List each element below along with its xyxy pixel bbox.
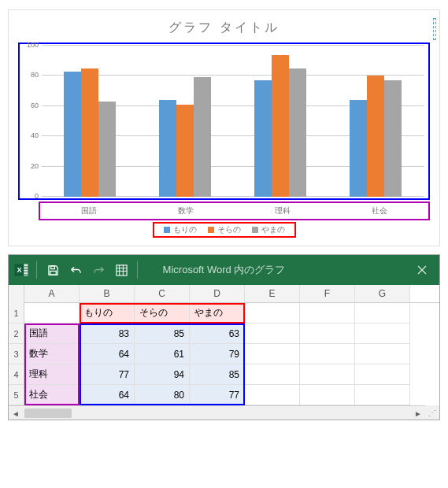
bar[interactable] xyxy=(194,77,211,197)
cell[interactable]: 理科 xyxy=(24,364,80,385)
horizontal-scrollbar[interactable]: ◄ ► ⋰ xyxy=(9,405,439,420)
resize-grip[interactable]: ⋰ xyxy=(425,405,439,420)
cell[interactable]: 83 xyxy=(80,323,135,344)
cell[interactable]: 64 xyxy=(80,344,135,364)
row-header[interactable]: 2 xyxy=(9,323,24,344)
undo-button[interactable] xyxy=(65,260,86,280)
bar[interactable] xyxy=(272,55,289,197)
bar[interactable] xyxy=(350,100,367,197)
row-header[interactable]: 1 xyxy=(9,303,24,323)
legend-item: やまの xyxy=(252,224,285,235)
bar-group xyxy=(137,46,232,197)
legend-label: もりの xyxy=(173,224,197,235)
close-button[interactable] xyxy=(405,255,439,285)
column-header[interactable]: E xyxy=(245,285,300,302)
excel-titlebar: X Microsoft Word 内のグラフ xyxy=(9,255,439,285)
cell[interactable] xyxy=(245,323,300,344)
table-row: 3数学646179 xyxy=(9,344,439,364)
column-header[interactable]: F xyxy=(300,285,355,302)
svg-rect-7 xyxy=(50,265,54,268)
legend-item: そらの xyxy=(208,224,241,235)
svg-rect-9 xyxy=(116,264,126,275)
column-header[interactable]: D xyxy=(190,285,245,302)
table-row: 1もりのそらのやまの xyxy=(9,303,439,323)
table-row: 2国語838563 xyxy=(9,323,439,344)
column-header[interactable]: A xyxy=(24,285,80,302)
save-button[interactable] xyxy=(43,260,63,280)
chart-container: グラフ タイトル 020406080100 国語数学理科社会 もりのそらのやまの xyxy=(8,9,440,246)
cell[interactable] xyxy=(245,385,300,405)
svg-text:X: X xyxy=(17,266,22,274)
y-tick-label: 20 xyxy=(23,162,39,170)
chart-datagrid-button[interactable] xyxy=(111,260,131,280)
y-tick-label: 80 xyxy=(23,71,39,79)
y-tick-label: 60 xyxy=(23,102,39,109)
cell[interactable]: 77 xyxy=(190,385,245,405)
svg-rect-8 xyxy=(50,271,56,275)
bar[interactable] xyxy=(64,72,81,197)
cell[interactable] xyxy=(300,364,355,385)
column-header[interactable]: G xyxy=(355,285,410,302)
cell[interactable] xyxy=(300,303,355,323)
row-header[interactable]: 3 xyxy=(9,344,24,364)
cell[interactable] xyxy=(245,303,300,323)
cell[interactable]: やまの xyxy=(190,303,245,323)
cell[interactable] xyxy=(355,385,410,405)
y-tick-label: 100 xyxy=(23,41,39,49)
column-header[interactable]: C xyxy=(135,285,190,302)
cell[interactable] xyxy=(300,385,355,405)
scroll-thumb[interactable] xyxy=(24,409,72,418)
cell[interactable] xyxy=(355,303,410,323)
row-header[interactable]: 4 xyxy=(9,364,24,385)
cell[interactable]: 85 xyxy=(190,364,245,385)
cell[interactable]: もりの xyxy=(80,303,135,323)
row-header[interactable]: 5 xyxy=(9,385,24,405)
excel-app-icon: X xyxy=(12,261,31,279)
cell[interactable]: 社会 xyxy=(24,385,80,405)
column-header[interactable]: B xyxy=(80,285,135,302)
scroll-right-arrow[interactable]: ► xyxy=(411,406,425,420)
bar[interactable] xyxy=(98,102,116,197)
cell[interactable] xyxy=(355,344,410,364)
cell[interactable] xyxy=(355,323,410,344)
bar[interactable] xyxy=(159,100,176,197)
bar[interactable] xyxy=(367,76,384,197)
cell[interactable]: 数学 xyxy=(24,344,80,364)
bar[interactable] xyxy=(81,68,98,197)
cell[interactable]: そらの xyxy=(135,303,190,323)
selection-handle[interactable] xyxy=(433,18,436,40)
table-row: 5社会648077 xyxy=(9,385,439,405)
cell[interactable] xyxy=(300,344,355,364)
legend-swatch xyxy=(164,227,170,233)
x-tick-label: 数学 xyxy=(137,203,234,219)
bars-area xyxy=(42,46,424,197)
cell[interactable] xyxy=(300,323,355,344)
spreadsheet[interactable]: ABCDEFG 1もりのそらのやまの2国語8385633数学6461794理科7… xyxy=(9,285,439,405)
y-tick-label: 40 xyxy=(23,131,39,139)
bar-group xyxy=(233,46,328,197)
cell[interactable] xyxy=(245,344,300,364)
x-tick-label: 国語 xyxy=(40,203,137,219)
cell[interactable]: 85 xyxy=(135,323,190,344)
bar[interactable] xyxy=(289,68,306,197)
cell[interactable] xyxy=(355,364,410,385)
cell[interactable]: 64 xyxy=(80,385,135,405)
bar[interactable] xyxy=(176,105,194,197)
bar[interactable] xyxy=(254,80,272,197)
cell[interactable]: 79 xyxy=(190,344,245,364)
cell[interactable] xyxy=(245,364,300,385)
excel-window: X Microsoft Word 内のグラフ ABCDEFG 1もりのそらのやま… xyxy=(8,254,440,420)
bar[interactable] xyxy=(384,80,402,197)
cell[interactable]: 80 xyxy=(135,385,190,405)
redo-button[interactable] xyxy=(88,260,109,280)
plot-area: 020406080100 xyxy=(18,43,430,200)
legend-label: やまの xyxy=(261,224,285,235)
legend-label: そらの xyxy=(217,224,241,235)
cell[interactable] xyxy=(24,303,80,323)
cell[interactable]: 63 xyxy=(190,323,245,344)
cell[interactable]: 61 xyxy=(135,344,190,364)
cell[interactable]: 国語 xyxy=(24,323,80,344)
cell[interactable]: 77 xyxy=(80,364,135,385)
scroll-left-arrow[interactable]: ◄ xyxy=(9,406,23,420)
cell[interactable]: 94 xyxy=(135,364,190,385)
